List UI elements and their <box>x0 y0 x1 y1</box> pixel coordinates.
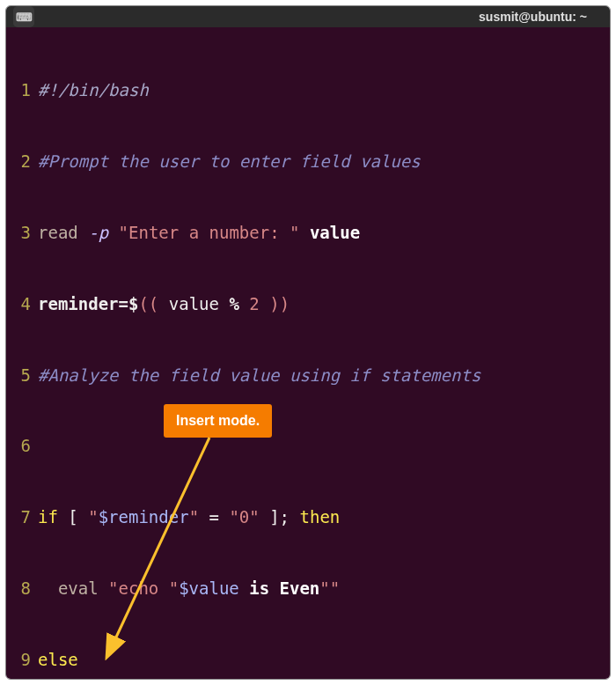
quote: "" <box>319 578 340 598</box>
cmd-eval: eval <box>38 578 108 598</box>
line-number: 2 <box>6 150 38 173</box>
variable: $reminder <box>99 507 189 527</box>
string: "Enter a number: " <box>119 223 300 242</box>
assign: = <box>119 294 128 313</box>
window-title: susmit@ubuntu: ~ <box>479 10 603 24</box>
code-line-4: 4reminder=$(( value % 2 )) <box>6 292 610 316</box>
string: "0" <box>229 507 259 527</box>
line-number: 7 <box>6 505 38 529</box>
comment: #Prompt the user to enter field values <box>38 151 421 171</box>
code-line-1: 1#!/bin/bash <box>6 78 610 102</box>
line-number: 6 <box>6 434 38 458</box>
line-number: 9 <box>6 648 38 672</box>
text: is Even <box>239 578 320 598</box>
new-tab-icon[interactable]: ⌨ <box>13 6 34 27</box>
line-number: 1 <box>6 78 38 102</box>
line-number: 8 <box>6 577 38 600</box>
code-line-3: 3read -p "Enter a number: " value <box>6 221 610 245</box>
code-line-5: 5#Analyze the field value using if state… <box>6 364 610 387</box>
keyboard-icon: ⌨ <box>16 11 33 24</box>
line-number: 5 <box>6 364 38 387</box>
editor-body[interactable]: 1#!/bin/bash 2#Prompt the user to enter … <box>6 27 610 680</box>
quote: " <box>88 507 98 527</box>
code-line-6: 6 <box>6 434 610 458</box>
code-line-8: 8 eval "echo "$value is Even"" <box>6 577 610 600</box>
dollar: $ <box>128 294 138 313</box>
code-line-2: 2#Prompt the user to enter field values <box>6 150 610 173</box>
paren-close: )) <box>260 294 290 313</box>
line-number: 3 <box>6 221 38 245</box>
number: 2 <box>249 294 259 313</box>
code-line-9: 9else <box>6 648 610 672</box>
option: -p <box>88 223 108 242</box>
bracket: [ <box>58 507 88 527</box>
paren-open: (( <box>138 294 158 313</box>
space <box>239 294 249 313</box>
quote: " <box>189 507 199 527</box>
identifier: value <box>310 223 360 242</box>
variable: $value <box>179 578 239 598</box>
cmd-read: read <box>38 223 78 242</box>
lhs: reminder <box>38 294 119 313</box>
line-number: 4 <box>6 292 38 316</box>
annotation-label: Insert mode. <box>164 404 272 438</box>
kw-else: else <box>38 650 78 669</box>
mod-op: % <box>229 294 238 313</box>
shebang: #!/bin/bash <box>38 80 149 99</box>
kw-then: then <box>300 507 341 527</box>
code-line-7: 7if [ "$reminder" = "0" ]; then <box>6 505 610 529</box>
bracket: ]; <box>260 507 300 527</box>
kw-if: if <box>38 507 58 527</box>
string: "echo " <box>108 578 179 598</box>
terminal-window: ⌨ susmit@ubuntu: ~ 1#!/bin/bash 2#Prompt… <box>5 5 611 680</box>
expr: value <box>158 294 229 313</box>
titlebar: ⌨ susmit@ubuntu: ~ <box>6 6 610 27</box>
eq-op: = <box>199 507 229 527</box>
comment: #Analyze the field value using if statem… <box>38 365 480 385</box>
